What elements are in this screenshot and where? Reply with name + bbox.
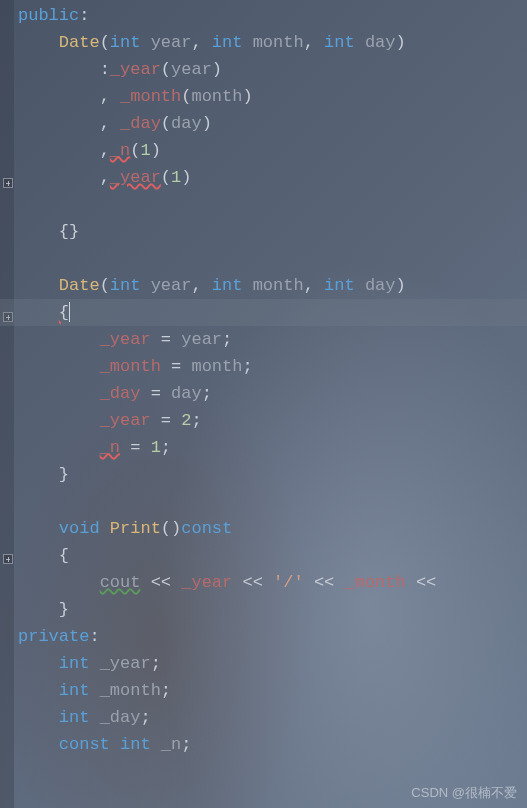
- ctor-name: Date: [59, 276, 100, 295]
- code-line[interactable]: Date(int year, int month, int day): [0, 272, 527, 299]
- code-line[interactable]: _n = 1;: [0, 434, 527, 461]
- code-line[interactable]: [0, 245, 527, 272]
- member-year: _year: [110, 60, 161, 79]
- code-line[interactable]: Date(int year, int month, int day): [0, 29, 527, 56]
- code-line[interactable]: {}: [0, 218, 527, 245]
- code-line[interactable]: , _day(day): [0, 110, 527, 137]
- code-line[interactable]: int _day;: [0, 704, 527, 731]
- code-line[interactable]: const int _n;: [0, 731, 527, 758]
- code-line[interactable]: [0, 488, 527, 515]
- code-line[interactable]: _day = day;: [0, 380, 527, 407]
- member-day: _day: [120, 114, 161, 133]
- code-line[interactable]: }: [0, 461, 527, 488]
- member-n: _n: [110, 141, 130, 160]
- code-line[interactable]: {: [0, 542, 527, 569]
- code-line[interactable]: _month = month;: [0, 353, 527, 380]
- code-line[interactable]: public:: [0, 2, 527, 29]
- code-line[interactable]: ,_n(1): [0, 137, 527, 164]
- member-year: _year: [110, 168, 161, 187]
- code-line[interactable]: [0, 191, 527, 218]
- code-line[interactable]: _year = year;: [0, 326, 527, 353]
- code-line[interactable]: private:: [0, 623, 527, 650]
- code-line[interactable]: , _month(month): [0, 83, 527, 110]
- keyword-public: public: [18, 6, 79, 25]
- ctor-name: Date: [59, 33, 100, 52]
- code-line-current[interactable]: {: [0, 299, 527, 326]
- member-month: _month: [120, 87, 181, 106]
- text-cursor: [69, 302, 70, 322]
- keyword-private: private: [18, 627, 89, 646]
- watermark: CSDN @很楠不爱: [411, 784, 517, 802]
- code-editor[interactable]: public: Date(int year, int month, int da…: [0, 0, 527, 758]
- code-line[interactable]: _year = 2;: [0, 407, 527, 434]
- func-print: Print: [110, 519, 161, 538]
- code-line[interactable]: }: [0, 596, 527, 623]
- code-line[interactable]: :_year(year): [0, 56, 527, 83]
- code-line[interactable]: int _year;: [0, 650, 527, 677]
- code-line[interactable]: cout << _year << '/' << _month <<: [0, 569, 527, 596]
- code-line[interactable]: int _month;: [0, 677, 527, 704]
- code-line[interactable]: ,_year(1): [0, 164, 527, 191]
- code-line[interactable]: void Print()const: [0, 515, 527, 542]
